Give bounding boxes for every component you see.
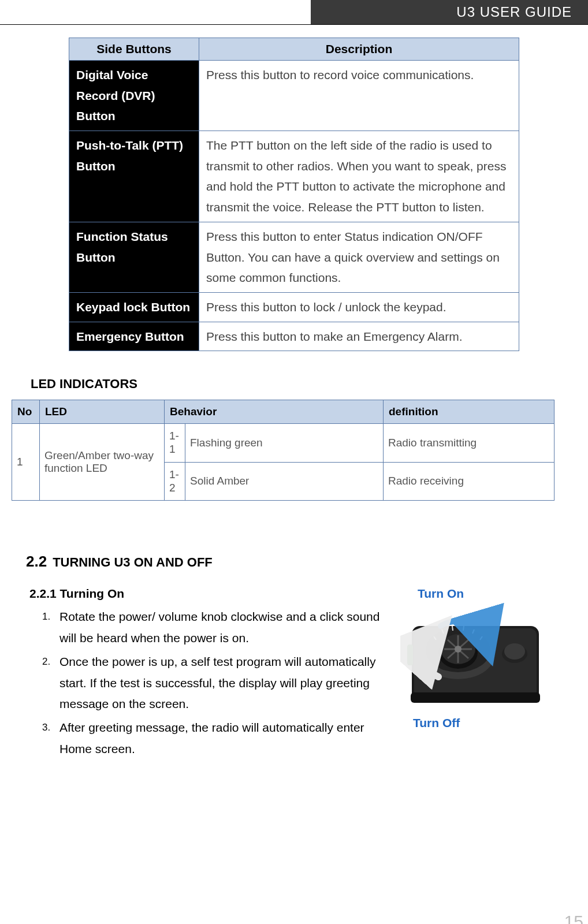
step-num: 2. xyxy=(42,651,53,715)
step-text: After greeting message, the radio will a… xyxy=(59,717,386,760)
row-name: Keypad lock Button xyxy=(69,292,199,322)
table-row: 1 Green/Amber two-way function LED 1-1 F… xyxy=(12,424,554,463)
figure-label-turn-on: Turn On xyxy=(418,587,562,601)
row-desc: Press this button to enter Status indica… xyxy=(199,222,519,292)
row-name: Function Status Button xyxy=(69,222,199,292)
row-name: Digital Voice Record (DVR) Button xyxy=(69,61,199,131)
th-description: Description xyxy=(199,38,519,61)
figure-label-turn-off: Turn Off xyxy=(413,716,562,730)
svg-line-8 xyxy=(452,626,453,631)
cell-led: Green/Amber two-way function LED xyxy=(40,424,165,501)
row-name: Emergency Button xyxy=(69,322,199,351)
cell-behavior: Solid Amber xyxy=(185,462,384,501)
table-row: Push-to-Talk (PTT) Button The PTT button… xyxy=(69,131,519,222)
header-rule xyxy=(0,24,588,25)
svg-point-20 xyxy=(504,643,525,660)
device-knob-figure xyxy=(400,603,550,713)
cell-definition: Radio transmitting xyxy=(384,424,554,463)
list-item: 3.After greeting message, the radio will… xyxy=(42,717,386,760)
list-item: 1.Rotate the power/ volume knob clockwis… xyxy=(42,606,386,649)
cell-bno: 1-1 xyxy=(165,424,185,463)
step-num: 3. xyxy=(42,717,53,760)
th-no: No xyxy=(12,400,40,424)
page-content: Side Buttons Description Digital Voice R… xyxy=(0,38,588,924)
header-title: U3 USER GUIDE xyxy=(311,0,588,24)
cell-definition: Radio receiving xyxy=(384,462,554,501)
cell-bno: 1-2 xyxy=(165,462,185,501)
led-indicators-heading: LED INDICATORS xyxy=(31,377,562,392)
section-number: 2.2 xyxy=(26,553,47,571)
table-row: Function Status Button Press this button… xyxy=(69,222,519,292)
led-table: No LED Behavior definition 1 Green/Amber… xyxy=(12,400,554,501)
row-name: Push-to-Talk (PTT) Button xyxy=(69,131,199,222)
svg-rect-3 xyxy=(407,644,413,665)
row-desc: Press this button to lock / unlock the k… xyxy=(199,292,519,322)
side-buttons-table: Side Buttons Description Digital Voice R… xyxy=(69,38,519,351)
page-number: 15 xyxy=(564,912,583,924)
step-num: 1. xyxy=(42,606,53,649)
th-definition: definition xyxy=(384,400,554,424)
steps-list: 1.Rotate the power/ volume knob clockwis… xyxy=(26,606,386,759)
svg-rect-2 xyxy=(411,692,540,703)
svg-line-9 xyxy=(463,626,464,631)
table-row: Emergency Button Press this button to ma… xyxy=(69,322,519,351)
table-row: Digital Voice Record (DVR) Button Press … xyxy=(69,61,519,131)
th-side-buttons: Side Buttons xyxy=(69,38,199,61)
section-2-2-heading: 2.2 TURNING U3 ON AND OFF xyxy=(26,553,562,571)
table-row: Keypad lock Button Press this button to … xyxy=(69,292,519,322)
list-item: 2.Once the power is up, a self test prog… xyxy=(42,651,386,715)
svg-point-18 xyxy=(455,646,462,653)
row-desc: The PTT button on the left side of the r… xyxy=(199,131,519,222)
row-desc: Press this button to make an Emergency A… xyxy=(199,322,519,351)
section-title: TURNING U3 ON AND OFF xyxy=(53,555,213,570)
subsection-title: 2.2.1 Turning On xyxy=(29,587,386,601)
cell-behavior: Flashing green xyxy=(185,424,384,463)
th-behavior: Behavior xyxy=(165,400,384,424)
th-led: LED xyxy=(40,400,165,424)
step-text: Rotate the power/ volume knob clockwise … xyxy=(59,606,386,649)
step-text: Once the power is up, a self test progra… xyxy=(59,651,386,715)
row-desc: Press this button to record voice commun… xyxy=(199,61,519,131)
cell-no: 1 xyxy=(12,424,40,501)
